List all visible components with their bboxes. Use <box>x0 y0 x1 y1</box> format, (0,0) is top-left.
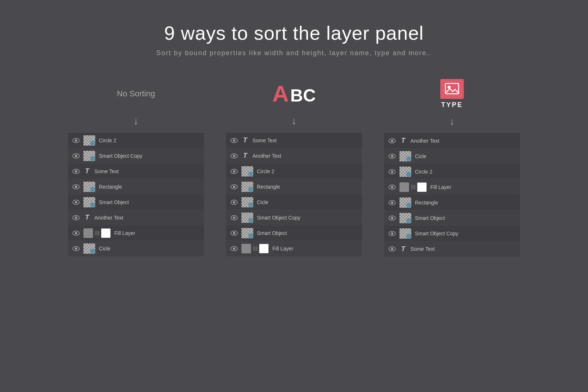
layer-row: Cicle <box>384 149 520 164</box>
eye-icon <box>388 215 396 221</box>
text-type-icon: T <box>241 137 249 144</box>
column-type: TYPE ↓ T Another Text <box>384 79 520 257</box>
svg-point-35 <box>391 140 393 142</box>
layer-row: Smart Object <box>226 225 362 241</box>
eye-icon <box>230 215 238 220</box>
text-type-icon: T <box>241 152 249 160</box>
eye-icon <box>72 246 80 251</box>
eye-icon <box>230 138 238 143</box>
arrow-down-1: ↓ <box>133 116 139 126</box>
eye-icon <box>72 138 80 143</box>
layer-name: Rectangle <box>99 184 122 190</box>
layer-thumb <box>399 167 411 177</box>
layer-name: Rectangle <box>415 200 438 206</box>
layer-name: Circle 2 <box>99 138 116 143</box>
fill-layer-thumb: ⛓ <box>83 228 111 238</box>
columns-container: No Sorting ↓ Circle 2 <box>68 79 520 257</box>
layer-panel-1: Circle 2 Smart Object Copy <box>68 133 204 256</box>
eye-icon <box>230 200 238 205</box>
layer-thumb <box>241 228 253 238</box>
layer-thumb <box>241 197 253 207</box>
fill-white-swatch <box>259 244 269 253</box>
type-sorting-label: TYPE <box>440 79 464 109</box>
abc-bc-letters: BC <box>290 87 316 104</box>
eye-icon <box>230 231 238 236</box>
layer-name: Some Text <box>252 138 277 143</box>
fill-layer-thumb: ⛓ <box>399 182 427 192</box>
layer-thumb <box>241 213 253 223</box>
layer-thumb <box>83 243 95 254</box>
layer-name: Smart Object <box>99 199 129 205</box>
layer-name: Cicle <box>257 199 268 205</box>
layer-row: Smart Object Copy <box>384 226 520 241</box>
layer-row: T Another Text <box>384 133 520 149</box>
layer-thumb <box>399 213 411 223</box>
layer-name: Fill Layer <box>272 246 293 252</box>
column-label-no-sorting: No Sorting <box>117 79 155 108</box>
type-icon-image <box>440 79 464 99</box>
column-no-sorting: No Sorting ↓ Circle 2 <box>68 79 204 256</box>
layer-thumb <box>241 166 253 177</box>
chain-icon: ⛓ <box>252 246 258 252</box>
arrow-down-3: ↓ <box>449 116 455 126</box>
svg-point-1 <box>75 139 77 142</box>
fill-gray-swatch <box>399 182 409 192</box>
layer-thumb <box>241 182 253 192</box>
fill-gray-swatch <box>241 244 251 253</box>
svg-point-9 <box>75 201 77 203</box>
eye-icon <box>230 184 238 189</box>
svg-point-45 <box>391 217 393 219</box>
svg-point-41 <box>391 186 393 188</box>
svg-point-29 <box>233 232 235 234</box>
layer-name: Smart Object <box>257 230 287 236</box>
svg-point-25 <box>233 201 235 203</box>
column-label-abc: A BC <box>272 79 316 108</box>
abc-label: A BC <box>272 82 316 105</box>
eye-icon <box>388 169 396 174</box>
layer-row: ⛓ Fill Layer <box>384 179 520 195</box>
fill-white-swatch <box>417 182 427 192</box>
eye-icon <box>230 169 238 174</box>
layer-name: Another Text <box>252 153 281 159</box>
abc-a-letter: A <box>272 82 289 105</box>
fill-white-swatch <box>101 228 111 238</box>
page-title: 9 ways to sort the layer panel <box>156 22 431 44</box>
layer-thumb <box>83 151 95 161</box>
page-subtitle: Sort by bound properties like width and … <box>156 49 431 57</box>
layer-row: Smart Object <box>384 210 520 226</box>
layer-name: Cicle <box>99 246 110 252</box>
eye-icon <box>72 153 80 158</box>
eye-icon <box>388 246 396 252</box>
svg-rect-32 <box>445 83 459 94</box>
svg-point-5 <box>75 170 77 172</box>
svg-point-11 <box>75 217 77 219</box>
layer-name: Some Text <box>94 168 119 174</box>
eye-icon <box>230 153 238 158</box>
layer-row: ⛓ Fill Layer <box>226 241 362 256</box>
layer-name: Rectangle <box>257 184 280 190</box>
layer-row: ⛓ Fill Layer <box>68 225 204 241</box>
svg-point-31 <box>233 247 235 250</box>
svg-point-39 <box>391 171 393 173</box>
svg-point-15 <box>75 247 77 250</box>
text-type-icon: T <box>83 168 91 175</box>
layer-row: Smart Object Copy <box>68 148 204 164</box>
eye-icon <box>72 215 80 220</box>
eye-icon <box>388 154 396 159</box>
layer-name: Smart Object Copy <box>99 153 142 159</box>
layer-thumb <box>83 197 95 207</box>
svg-point-47 <box>391 232 393 235</box>
svg-point-23 <box>233 186 235 188</box>
eye-icon <box>388 185 396 190</box>
svg-point-7 <box>75 186 77 188</box>
chain-icon: ⛓ <box>410 184 416 190</box>
svg-point-3 <box>75 155 77 157</box>
no-sorting-text: No Sorting <box>117 89 155 99</box>
column-abc: A BC ↓ T Some Text T Another Text <box>226 79 362 256</box>
layer-row: Circle 2 <box>68 133 204 148</box>
layer-name: Fill Layer <box>430 184 451 190</box>
eye-icon <box>72 231 80 236</box>
layer-name: Some Text <box>410 246 435 252</box>
layer-row: Rectangle <box>226 179 362 195</box>
layer-row: Rectangle <box>68 179 204 195</box>
